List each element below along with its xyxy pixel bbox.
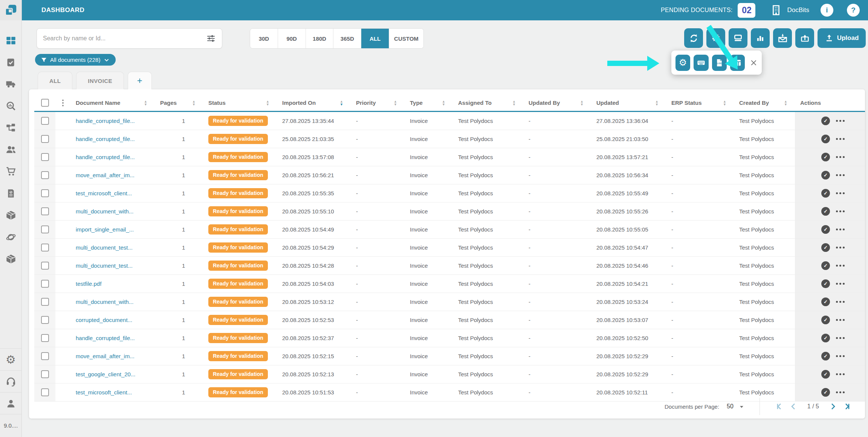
sort-arrows-icon[interactable]: ▲▼ bbox=[266, 100, 269, 106]
verified-badge-icon[interactable]: ✓ bbox=[821, 279, 830, 288]
sidebar-item-tasks[interactable] bbox=[0, 51, 21, 73]
row-checkbox[interactable] bbox=[41, 225, 49, 233]
popup-log-button[interactable]: LOG bbox=[712, 55, 727, 71]
sidebar-item-invoices[interactable] bbox=[0, 182, 21, 204]
popup-keyboard-button[interactable] bbox=[694, 55, 708, 71]
verified-badge-icon[interactable]: ✓ bbox=[821, 135, 830, 143]
row-actions-menu-button[interactable] bbox=[836, 319, 845, 321]
row-checkbox[interactable] bbox=[41, 352, 49, 360]
row-actions-menu-button[interactable] bbox=[836, 301, 845, 303]
sort-arrows-icon[interactable]: ▲▼ bbox=[192, 100, 196, 106]
document-name-link[interactable]: test_microsoft_client... bbox=[76, 389, 132, 396]
add-tab-button[interactable]: + bbox=[128, 72, 152, 89]
info-icon[interactable]: i bbox=[821, 4, 833, 17]
sort-arrows-icon[interactable]: ▲▼ bbox=[580, 100, 584, 106]
row-actions-menu-button[interactable] bbox=[836, 247, 845, 248]
app-logo[interactable] bbox=[0, 0, 21, 20]
document-name-link[interactable]: multi_document_with... bbox=[76, 208, 133, 215]
column-header-updated[interactable]: Updated▲▼ bbox=[591, 95, 666, 111]
sidebar-item-support[interactable] bbox=[0, 371, 21, 393]
tab-all[interactable]: ALL bbox=[38, 72, 72, 89]
row-checkbox[interactable] bbox=[41, 189, 49, 197]
analytics-button[interactable] bbox=[751, 28, 770, 48]
column-header-erp-status[interactable]: ERP Status▲▼ bbox=[666, 95, 734, 111]
verified-badge-icon[interactable]: ✓ bbox=[821, 171, 830, 179]
verified-badge-icon[interactable]: ✓ bbox=[821, 334, 830, 342]
document-name-link[interactable]: import_single_email_... bbox=[76, 226, 134, 233]
verified-badge-icon[interactable]: ✓ bbox=[821, 225, 830, 234]
prev-page-button[interactable] bbox=[789, 402, 798, 411]
date-filter-365d[interactable]: 365D bbox=[333, 29, 361, 48]
row-actions-menu-button[interactable] bbox=[836, 265, 845, 267]
verified-badge-icon[interactable]: ✓ bbox=[821, 117, 830, 125]
sidebar-item-shipments[interactable] bbox=[0, 73, 21, 95]
date-filter-all[interactable]: ALL bbox=[361, 29, 389, 48]
column-header-imported-on[interactable]: Imported On▲▼ bbox=[277, 95, 351, 111]
document-name-link[interactable]: test_microsoft_client... bbox=[76, 190, 132, 196]
sort-arrows-icon[interactable]: ▲▼ bbox=[144, 100, 147, 106]
row-checkbox[interactable] bbox=[41, 280, 49, 288]
date-filter-180d[interactable]: 180D bbox=[306, 29, 334, 48]
verified-badge-icon[interactable]: ✓ bbox=[821, 370, 830, 379]
verified-badge-icon[interactable]: ✓ bbox=[821, 189, 830, 198]
select-all-checkbox[interactable] bbox=[41, 99, 49, 107]
verified-badge-icon[interactable]: ✓ bbox=[821, 153, 830, 161]
document-name-link[interactable]: handle_corrupted_file... bbox=[76, 136, 135, 142]
row-checkbox[interactable] bbox=[41, 117, 49, 125]
row-actions-menu-button[interactable] bbox=[836, 192, 845, 194]
popup-columns-button[interactable] bbox=[730, 55, 745, 71]
date-filter-90d[interactable]: 90D bbox=[278, 29, 306, 48]
settings-button[interactable]: ⚙ bbox=[706, 28, 725, 48]
row-checkbox[interactable] bbox=[41, 316, 49, 324]
document-name-link[interactable]: handle_corrupted_file... bbox=[76, 335, 135, 341]
column-header-created-by[interactable]: Created By▲▼ bbox=[734, 95, 795, 111]
upload-button[interactable]: Upload bbox=[818, 28, 866, 48]
mail-export-button[interactable] bbox=[773, 28, 792, 48]
row-checkbox[interactable] bbox=[41, 262, 49, 270]
help-icon[interactable]: ? bbox=[847, 4, 860, 17]
row-checkbox[interactable] bbox=[41, 207, 49, 215]
documents-filter-chip[interactable]: All documents (228) bbox=[35, 54, 116, 66]
filter-tune-icon[interactable] bbox=[206, 34, 216, 43]
date-filter-30d[interactable]: 30D bbox=[250, 29, 278, 48]
row-checkbox[interactable] bbox=[41, 244, 49, 251]
sidebar-item-purchases[interactable] bbox=[0, 161, 21, 182]
last-page-button[interactable] bbox=[842, 402, 851, 411]
row-actions-menu-button[interactable] bbox=[836, 337, 845, 339]
row-checkbox[interactable] bbox=[41, 334, 49, 342]
column-header-assigned-to[interactable]: Assigned To▲▼ bbox=[453, 95, 523, 111]
organization-building-icon[interactable] bbox=[770, 5, 782, 16]
sort-arrows-icon[interactable]: ▲▼ bbox=[340, 100, 343, 106]
row-actions-menu-button[interactable] bbox=[836, 355, 845, 357]
row-actions-menu-button[interactable] bbox=[836, 156, 845, 158]
refresh-button[interactable] bbox=[684, 28, 703, 48]
first-page-button[interactable] bbox=[775, 402, 784, 411]
sort-arrows-icon[interactable]: ▲▼ bbox=[394, 100, 397, 106]
sidebar-item-users[interactable] bbox=[0, 139, 21, 161]
popup-settings-button[interactable]: ⚙ bbox=[675, 55, 690, 71]
sidebar-item-insights[interactable] bbox=[0, 95, 21, 117]
row-checkbox[interactable] bbox=[41, 171, 49, 179]
row-checkbox[interactable] bbox=[41, 388, 49, 396]
row-checkbox[interactable] bbox=[41, 298, 49, 306]
sidebar-item-products[interactable] bbox=[0, 248, 21, 270]
kebab-menu-icon[interactable] bbox=[62, 100, 64, 106]
sort-arrows-icon[interactable]: ▲▼ bbox=[723, 100, 726, 106]
row-actions-menu-button[interactable] bbox=[836, 174, 845, 176]
column-header-pages[interactable]: Pages▲▼ bbox=[155, 95, 203, 111]
row-actions-menu-button[interactable] bbox=[836, 373, 845, 375]
close-icon[interactable] bbox=[750, 59, 758, 67]
row-actions-menu-button[interactable] bbox=[836, 138, 845, 140]
document-name-link[interactable]: multi_document_test... bbox=[76, 244, 133, 251]
verified-badge-icon[interactable]: ✓ bbox=[821, 388, 830, 397]
row-actions-menu-button[interactable] bbox=[836, 228, 845, 230]
column-header-type[interactable]: Type▲▼ bbox=[405, 95, 453, 111]
row-actions-menu-button[interactable] bbox=[836, 120, 845, 122]
column-header-updated-by[interactable]: Updated By▲▼ bbox=[523, 95, 591, 111]
tab-invoice[interactable]: INVOICE bbox=[76, 72, 124, 89]
document-name-link[interactable]: multi_document_with... bbox=[76, 299, 133, 305]
export-box-button[interactable] bbox=[795, 28, 814, 48]
sidebar-item-packages[interactable] bbox=[0, 204, 21, 226]
row-actions-menu-button[interactable] bbox=[836, 283, 845, 285]
sort-arrows-icon[interactable]: ▲▼ bbox=[442, 100, 445, 106]
